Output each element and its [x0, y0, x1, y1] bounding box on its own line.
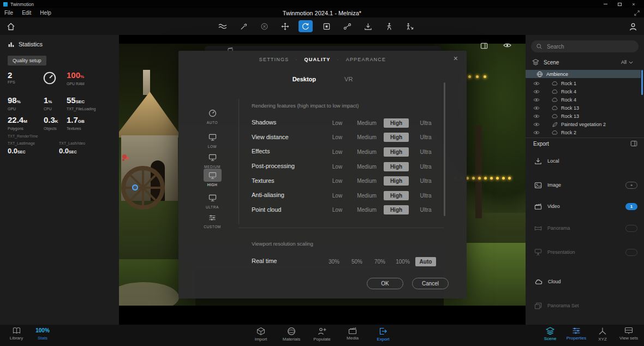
export-item-presentation[interactable]: Presentation	[526, 246, 644, 258]
level-high-selected[interactable]: High	[381, 175, 411, 186]
level-low[interactable]: Low	[323, 190, 352, 200]
platform-tab-desktop[interactable]: Desktop	[293, 76, 316, 82]
level-ultra[interactable]: Ultra	[411, 175, 440, 186]
level-low[interactable]: Low	[323, 175, 352, 186]
level-low[interactable]: Low	[323, 204, 352, 214]
scale-100[interactable]: 100%	[391, 256, 414, 266]
export-item-image[interactable]: Image +	[526, 179, 644, 191]
level-high-selected[interactable]: High	[381, 204, 411, 214]
visibility-eye-icon[interactable]	[533, 122, 540, 127]
dock-xyz[interactable]: XYZ	[589, 327, 616, 342]
panel-toggle-icon[interactable]	[630, 140, 637, 147]
scene-tree-item[interactable]: Rock 4	[526, 87, 641, 96]
video-count-badge[interactable]: 1	[625, 203, 637, 210]
export-item-cloud[interactable]: Cloud	[526, 276, 644, 288]
dock-media[interactable]: Media	[339, 327, 366, 342]
level-high-selected[interactable]: High	[381, 146, 411, 157]
visibility-eye-icon[interactable]	[503, 43, 511, 48]
visibility-eye-icon[interactable]	[533, 106, 540, 110]
preset-low[interactable]: LOW	[195, 130, 230, 148]
visibility-eye-icon[interactable]	[533, 98, 540, 102]
expand-icon[interactable]	[634, 8, 640, 18]
level-ultra[interactable]: Ultra	[411, 132, 440, 142]
box-select-tool[interactable]	[319, 20, 333, 32]
sync-tool-selected[interactable]	[299, 20, 313, 32]
disabled-circle-x-tool[interactable]	[257, 20, 271, 32]
scene-tree-item[interactable]: Rock 13	[526, 112, 641, 120]
home-button[interactable]	[7, 21, 15, 31]
preset-ultra[interactable]: ULTRA	[195, 191, 230, 209]
dialog-scrollbar[interactable]	[444, 82, 445, 216]
level-medium[interactable]: Medium	[352, 204, 381, 214]
level-high-selected[interactable]: High	[381, 132, 411, 142]
level-ultra[interactable]: Ultra	[411, 161, 440, 171]
tree-scrollbar[interactable]	[641, 70, 643, 95]
split-view-icon[interactable]	[480, 43, 488, 49]
platform-tab-vr[interactable]: VR	[344, 76, 353, 82]
tab-appearance[interactable]: APPEARANCE	[346, 57, 386, 62]
visibility-eye-icon[interactable]	[533, 114, 540, 118]
dock-populate[interactable]: Populate	[309, 327, 335, 342]
add-image-badge[interactable]: +	[625, 182, 637, 189]
terrain-sculpt-tool[interactable]	[216, 20, 230, 32]
preset-custom[interactable]: CUSTOM	[195, 211, 230, 229]
move-tool[interactable]	[278, 20, 292, 32]
node-graph-tool[interactable]	[340, 20, 354, 32]
navigate-person-tool[interactable]	[402, 20, 416, 32]
dock-materials[interactable]: Materials	[278, 327, 305, 342]
preset-high-selected[interactable]: HIGH	[195, 169, 230, 187]
scene-filter-dropdown[interactable]: All	[621, 59, 637, 65]
preset-auto[interactable]: AUTO	[195, 106, 230, 124]
import-download-tool[interactable]	[361, 20, 375, 32]
search-input[interactable]	[546, 43, 628, 50]
export-item-local[interactable]: Local	[526, 155, 644, 167]
preset-medium[interactable]: MEDIUM	[195, 151, 230, 169]
quality-setup-button[interactable]: Quality setup	[8, 56, 46, 65]
dock-stats[interactable]: 100% Stats	[29, 327, 56, 341]
visibility-eye-icon[interactable]	[533, 130, 540, 135]
tab-quality[interactable]: QUALITY	[305, 57, 331, 62]
level-low[interactable]: Low	[323, 117, 352, 128]
dock-export-active[interactable]: Export	[370, 327, 396, 342]
scene-tree-item[interactable]: Painted vegetation 2	[526, 120, 641, 128]
level-medium[interactable]: Medium	[352, 175, 381, 186]
menu-edit[interactable]: Edit	[22, 10, 31, 16]
export-item-panorama-set[interactable]: Panorama Set	[526, 300, 644, 312]
menu-help[interactable]: Help	[40, 10, 51, 16]
level-low[interactable]: Low	[323, 161, 352, 171]
visibility-eye-icon[interactable]	[533, 90, 540, 94]
cancel-button[interactable]: Cancel	[412, 278, 449, 289]
level-ultra[interactable]: Ultra	[411, 190, 440, 200]
level-medium[interactable]: Medium	[352, 146, 381, 157]
level-ultra[interactable]: Ultra	[411, 117, 440, 128]
scale-70[interactable]: 70%	[368, 256, 391, 266]
selection-gizmo[interactable]	[132, 184, 138, 190]
dock-library[interactable]: Library	[3, 327, 29, 341]
level-ultra[interactable]: Ultra	[411, 146, 440, 157]
scene-tree-item[interactable]: Rock 13	[526, 104, 641, 112]
level-medium[interactable]: Medium	[352, 117, 381, 128]
dock-scene-active[interactable]: Scene	[537, 327, 563, 342]
level-ultra[interactable]: Ultra	[411, 204, 440, 214]
dock-properties-active[interactable]: Properties	[563, 327, 589, 342]
dialog-close-icon[interactable]: ×	[454, 54, 458, 63]
export-item-panorama[interactable]: Panorama	[526, 222, 644, 234]
eyedropper-tool[interactable]	[236, 20, 251, 32]
dock-view-sets[interactable]: View sets	[616, 327, 642, 342]
export-item-video[interactable]: Video 1	[526, 200, 644, 212]
visibility-eye-icon[interactable]	[533, 81, 540, 86]
scale-50[interactable]: 50%	[345, 256, 368, 266]
walk-mode-tool[interactable]	[381, 20, 396, 32]
level-low[interactable]: Low	[323, 146, 352, 157]
scene-tree-item-ambience[interactable]: Ambience	[526, 70, 641, 78]
close-button[interactable]: ×	[627, 0, 641, 8]
level-medium[interactable]: Medium	[352, 132, 381, 142]
ok-button[interactable]: OK	[367, 278, 403, 289]
level-medium[interactable]: Medium	[352, 161, 381, 171]
level-high-selected[interactable]: High	[381, 117, 411, 128]
scene-tree-item[interactable]: Rock 4	[526, 96, 641, 104]
scene-tree-item[interactable]: Rock 2	[526, 128, 641, 136]
profile-icon[interactable]	[629, 21, 637, 31]
maximize-button[interactable]	[612, 0, 627, 8]
minimize-button[interactable]	[598, 0, 612, 8]
